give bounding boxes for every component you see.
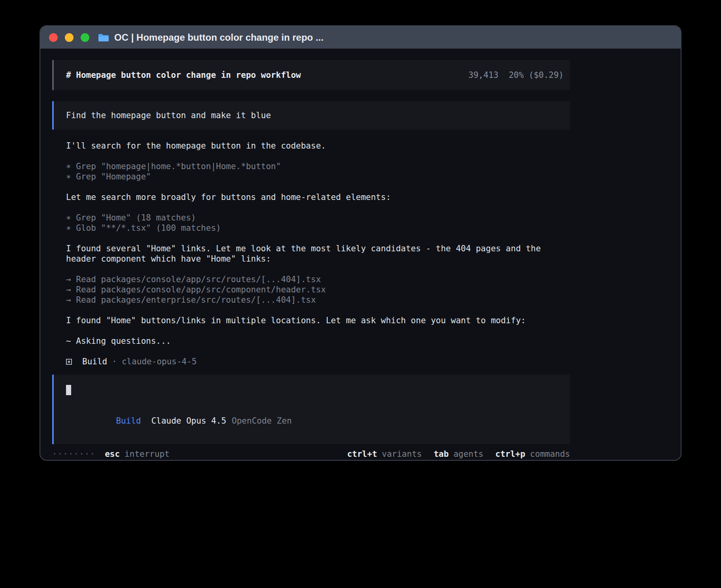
hint-agents: tab agents [434,449,483,459]
assistant-text: I'll search for the homepage button in t… [66,141,570,151]
zoom-button[interactable] [81,33,89,42]
status-bar-left: ········ esc interrupt [52,449,170,459]
user-message: Find the homepage button and make it blu… [52,101,570,130]
assistant-text: I found "Home" buttons/links in multiple… [66,315,570,326]
traffic-lights [49,33,89,42]
status-bar: ········ esc interrupt ctrl+t variants t… [52,449,570,459]
tool-call-read: → Read packages/enterprise/src/routes/[.… [66,295,570,305]
agent-status-icon [66,359,72,365]
status-separator: · [112,356,117,367]
text-cursor [66,385,71,395]
assistant-text: Let me search more broadly for buttons a… [66,192,570,202]
hint-key-esc: esc [105,449,120,459]
minimize-button[interactable] [65,33,74,42]
session-stats: 39,413 20% ($0.29) [468,70,564,80]
tool-call-glob: ∗ Glob "**/*.tsx" (100 matches) [66,223,570,233]
hint-label-agents: agents [453,449,483,459]
desktop: OC | Homepage button color change in rep… [0,0,721,588]
model-name: claude-opus-4-5 [122,356,197,367]
hint-key-ctrl-p: ctrl+p [495,449,525,459]
hint-key-ctrl-t: ctrl+t [347,449,377,459]
input-mode-line: BuildClaude Opus 4.5OpenCode Zen [66,405,564,436]
assistant-status-text: ~ Asking questions... [66,336,570,346]
session-title: # Homepage button color change in repo w… [66,70,301,80]
tool-call-read: → Read packages/console/app/src/routes/[… [66,274,570,285]
window-titlebar[interactable]: OC | Homepage button color change in rep… [40,26,681,49]
tool-call-grep: ∗ Grep "Homepage" [66,172,570,182]
spinner-dots: ········ [52,449,95,459]
input-model: Claude Opus 4.5 [151,416,226,426]
tool-call-grep: ∗ Grep "homepage|home.*button|Home.*butt… [66,161,570,172]
hint-label-commands: commands [530,449,570,459]
agent-name: Build [82,356,107,367]
hint-variants: ctrl+t variants [347,449,422,459]
hint-label-variants: variants [382,449,422,459]
conversation: I'll search for the homepage button in t… [52,141,570,367]
session-header: # Homepage button color change in repo w… [52,60,570,90]
tool-call-read: → Read packages/console/app/src/componen… [66,285,570,295]
hint-key-tab: tab [434,449,449,459]
assistant-text: header component which have "Home" links… [66,254,570,264]
status-bar-right: ctrl+t variants tab agents ctrl+p comman… [347,449,570,459]
assistant-text: I found several "Home" links. Let me loo… [66,243,570,254]
close-button[interactable] [49,33,58,42]
hint-commands: ctrl+p commands [495,449,570,459]
terminal-window: OC | Homepage button color change in rep… [40,25,681,461]
folder-icon [98,33,109,42]
prompt-input[interactable]: BuildClaude Opus 4.5OpenCode Zen [52,375,570,444]
input-provider: OpenCode Zen [232,416,292,426]
input-agent-mode[interactable]: Build [116,416,141,426]
hint-label-interrupt: interrupt [125,449,170,459]
hint-interrupt: esc interrupt [105,449,170,459]
context-usage: 20% ($0.29) [509,70,564,80]
agent-status-row: Build · claude-opus-4-5 [66,356,570,367]
window-title: OC | Homepage button color change in rep… [114,32,323,43]
terminal-content: # Homepage button color change in repo w… [52,60,570,459]
tool-call-grep: ∗ Grep "Home" (18 matches) [66,213,570,223]
token-count: 39,413 [468,70,498,80]
